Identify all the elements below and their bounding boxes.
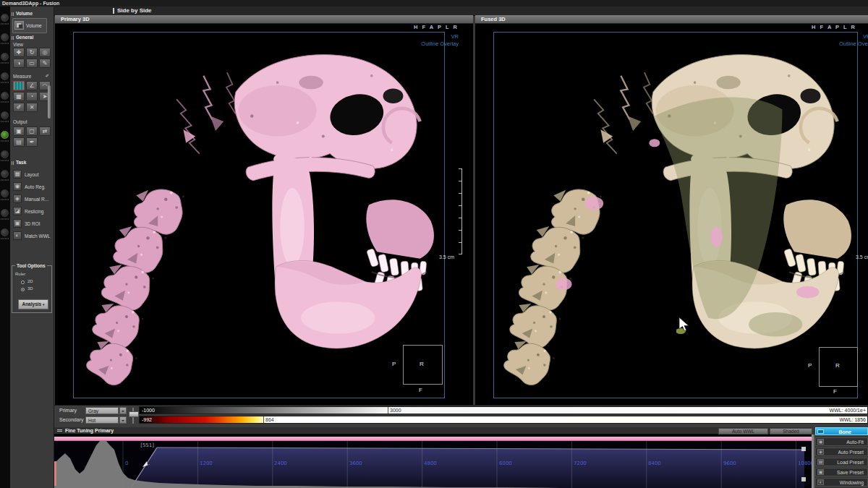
mode-circle-icon[interactable] [1, 170, 9, 178]
task-match-wwl-button[interactable]: ◐Match WWL [12, 231, 51, 241]
primary-3d-header[interactable]: Primary 3D [55, 15, 473, 24]
mode-circle-icon[interactable] [1, 72, 9, 80]
histogram-scrollbar[interactable] [812, 435, 814, 488]
snapshot-tool-icon[interactable]: ▣ [13, 127, 25, 136]
windowing-icon: ◐ [817, 479, 824, 485]
fine-tuning-title: Fine Tuning Primary [65, 428, 114, 433]
fused-3d-viewport[interactable]: H F A P L R VR Outline Overlay 3.5 cm P … [475, 24, 868, 405]
mode-circle-icon[interactable] [1, 53, 9, 61]
mode-circle-icon[interactable] [1, 228, 9, 236]
mode-circle-icon[interactable] [1, 111, 9, 119]
annotation-tool-icon[interactable]: ▭ [26, 59, 38, 68]
grid-measure-tool-icon[interactable]: ▦ [13, 92, 25, 101]
export-tool-icon[interactable]: ⇄ [39, 127, 51, 136]
primary-colormap-label: Primary [59, 408, 77, 413]
ruler-tool-icon-active[interactable] [13, 81, 25, 90]
mode-circle-icon[interactable] [1, 150, 9, 158]
mode-circle-icon[interactable] [1, 92, 9, 100]
pencil-measure-tool-icon[interactable]: ✐ [13, 103, 25, 112]
svg-text:10800: 10800 [798, 461, 812, 466]
mode-label-smudge [1, 199, 9, 200]
secondary-window-max-marker[interactable] [263, 416, 264, 423]
delete-measure-tool-icon[interactable]: ✕ [26, 103, 38, 112]
layout-icon: ▦ [13, 170, 22, 179]
windowing-tool-icon[interactable]: ◑ [13, 59, 25, 68]
ruler-3d-radio[interactable] [21, 288, 25, 291]
zoom-tool-icon[interactable]: ◎ [39, 48, 51, 57]
roi-circle-tool-icon[interactable]: ◔ [26, 92, 38, 101]
primary-window-max: 3000 [390, 408, 401, 413]
output-subheader: Output [13, 119, 51, 124]
auto-fit-button[interactable]: ◉Auto-Fit [815, 437, 868, 446]
copy-view-tool-icon[interactable]: ▢ [26, 127, 38, 136]
angle-tool-icon[interactable]: ∠ [26, 81, 38, 90]
section-task-header[interactable]: Task [12, 160, 52, 166]
primary-orient-p: P [392, 361, 396, 367]
mode-circle-icon[interactable] [1, 189, 9, 197]
window-right-top-handle[interactable] [801, 447, 806, 451]
analysis-button[interactable]: Analysis ▾ [18, 299, 48, 309]
opacity-slider-thumb[interactable] [129, 411, 139, 417]
mode-circle-icon[interactable] [1, 14, 9, 22]
section-grip-icon [12, 12, 14, 16]
match-wwl-icon: ◐ [13, 231, 22, 240]
mode-circle-icon-active[interactable] [1, 131, 9, 139]
svg-text:9600: 9600 [723, 461, 736, 466]
auto-wwl-button[interactable]: Auto WWL [718, 428, 768, 435]
histogram-left-handle[interactable] [54, 461, 56, 486]
tool-sidebar: Volume Volume General View ✚ ↻ ◎ ◑ ▭ ✎ M… [10, 7, 54, 488]
window-transfer-region[interactable] [131, 448, 804, 488]
pan-tool-icon[interactable]: ✚ [13, 48, 25, 57]
volume-button[interactable]: Volume [12, 18, 47, 33]
primary-mode-overlay: VR [451, 33, 459, 40]
primary-colormap-bar[interactable]: -1000 3000 WWL: 4000/1e+ [139, 406, 868, 414]
primary-window-max-marker[interactable] [388, 407, 388, 414]
primary-orient-r: R [420, 361, 424, 367]
save-preset-button[interactable]: ▣Save Preset [815, 468, 868, 476]
rotate-3d-tool-icon[interactable]: ↻ [26, 48, 38, 57]
windowing-button[interactable]: ◐Windowing [815, 478, 868, 487]
shaded-button[interactable]: Shaded [770, 428, 812, 435]
ruler-3d-label: 3D [27, 286, 33, 291]
mode-circle-icon[interactable] [1, 33, 9, 41]
mode-label-smudge [1, 23, 9, 25]
print-tool-icon[interactable]: ▤ [13, 137, 25, 147]
task-layout-button[interactable]: ▦Layout [12, 170, 51, 179]
load-preset-button[interactable]: ▤Load Preset [815, 458, 868, 466]
svg-text:3600: 3600 [349, 461, 362, 466]
secondary-colormap-select[interactable]: Hot [85, 416, 119, 424]
tab-side-by-side[interactable]: Side by Side [117, 7, 152, 14]
ruler-label: Ruler [15, 272, 25, 276]
measure-settings-icon[interactable]: ✐ [46, 73, 49, 78]
ruler-2d-radio[interactable] [21, 281, 25, 284]
fused-axes-overlay: H F A P L R [812, 24, 868, 30]
mouse-cursor [676, 317, 694, 335]
primary-3d-viewport[interactable]: H F A P L R VR Outline Overlay 3.5 cm P … [55, 24, 473, 405]
sidebar-scrollbar[interactable] [48, 85, 51, 119]
bone-preset-button[interactable]: Bone [815, 427, 868, 435]
auto-preset-icon: ◈ [817, 449, 824, 455]
fine-tuning-header[interactable]: Fine Tuning Primary [54, 427, 812, 435]
primary-orient-f: F [419, 387, 422, 393]
primary-colormap-select[interactable]: Gray [85, 407, 119, 414]
task-manual-reg-button[interactable]: ◈Manual R... [12, 194, 51, 204]
section-volume-header[interactable]: Volume [12, 11, 52, 17]
section-general-header[interactable]: General [12, 35, 52, 40]
task-auto-reg-button[interactable]: ◉Auto Reg. [12, 182, 51, 192]
secondary-colormap-bar[interactable]: -992 864 WWL: 1856 [139, 416, 868, 424]
freehand-tool-icon[interactable]: ✎ [39, 59, 51, 68]
svg-text:4800: 4800 [424, 461, 437, 466]
task-reslicing-button[interactable]: ◪Reslicing [12, 207, 51, 216]
bone-preset-icon [817, 429, 824, 434]
mode-circle-icon[interactable] [1, 209, 9, 217]
primary-colormap-dropdown-icon[interactable] [119, 407, 127, 414]
fused-3d-header[interactable]: Fused 3D [475, 15, 868, 24]
report-tool-icon[interactable]: ✒ [26, 137, 38, 147]
secondary-colormap-dropdown-icon[interactable] [119, 416, 127, 424]
window-right-bottom-handle[interactable] [801, 477, 806, 481]
auto-preset-button[interactable]: ◈Auto Preset [815, 448, 868, 456]
task-3d-roi-button[interactable]: ▣3D ROI [12, 219, 51, 228]
primary-axes-overlay: H F A P L R [414, 24, 459, 30]
application-window: Demand3DApp - Fusion Volume Volume Gener… [0, 0, 868, 488]
histogram-plot[interactable]: 01200 24003600 48006000 72008400 9600108… [54, 441, 812, 488]
